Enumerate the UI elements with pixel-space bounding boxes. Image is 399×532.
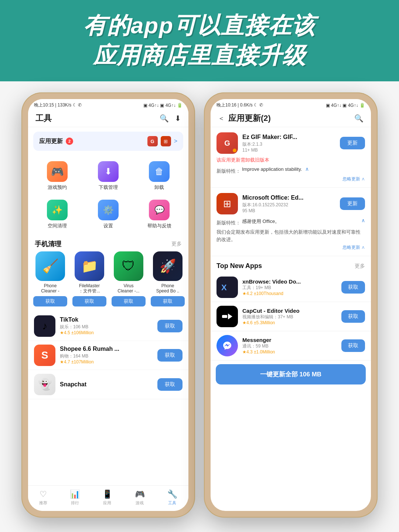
left-bottom-nav: ♡ 推荐 📊 排行 📱 应用 🎮 游戏 🔧 工具: [28, 485, 188, 511]
tool-item-clean[interactable]: ✨ 空间清理: [32, 195, 83, 234]
uninstall-icon: 🗑: [149, 161, 170, 182]
msoffice-row: ⊞ Microsoft Office: Ed... 版本:16.0.15225.…: [216, 193, 365, 214]
right-status-signal: ▣ 4G↑↓ ▣ 4G↑↓ 🔋: [326, 103, 365, 108]
games-label: 游戏: [136, 500, 144, 506]
left-status-signal: ▣ 4G↑↓ ▣ 4G↑↓ 🔋: [143, 103, 183, 108]
phone-speed-get-btn[interactable]: 获取: [151, 296, 185, 306]
shopee-get-btn[interactable]: 获取: [157, 349, 183, 362]
tool-label-help: 帮助与反馈: [147, 223, 171, 229]
new-app-capcut: CapCut - Editor Video 视频播放和编辑：37+ MB ★4.…: [211, 302, 371, 331]
nav-item-rank[interactable]: 📊 排行: [70, 489, 80, 506]
virus-cleaner-name: VirusCleaner -...: [117, 283, 139, 294]
left-nav-title: 工具: [35, 113, 52, 124]
snapchat-info: Snapchat: [60, 381, 153, 388]
ezgif-version: 版本:2.1.3: [242, 141, 335, 148]
nav-item-tools[interactable]: 🔧 工具: [167, 489, 177, 506]
msoffice-update-btn[interactable]: 更新: [340, 197, 365, 210]
update-app-icon-1: G: [147, 136, 158, 146]
ezgif-name: Ez GIF Maker: GIF...: [242, 134, 335, 140]
phone-speed-name: PhoneSpeed Bo ..: [156, 283, 180, 294]
update-banner-right: G ⊞ >: [147, 136, 177, 146]
ezgif-update-btn[interactable]: 更新: [340, 137, 365, 149]
top-new-title: Top New Apps: [216, 262, 262, 270]
nav-item-games[interactable]: 🎮 游戏: [135, 489, 145, 506]
phone-cleaner-section-header: 手机清理 更多: [28, 236, 188, 251]
top-new-more[interactable]: 更多: [355, 263, 365, 270]
messenger-icon: [216, 335, 238, 356]
list-item-snapchat: 👻 Snapchat 获取: [28, 370, 188, 399]
back-icon[interactable]: ＜: [218, 114, 225, 123]
tool-item-settings[interactable]: ⚙️ 设置: [83, 195, 134, 234]
snapchat-get-btn[interactable]: 获取: [157, 378, 183, 391]
msoffice-collapse-btn[interactable]: 忽略更新 ∧: [216, 244, 365, 251]
filemaster-get-btn[interactable]: 获取: [72, 296, 106, 306]
right-screen-content: G Ez GIF Maker: GIF... 版本:2.1.3 11+ MB 更…: [211, 127, 371, 511]
left-search-icon[interactable]: 🔍: [160, 114, 169, 123]
tiktok-icon: ♪: [34, 315, 55, 337]
capcut-get-btn[interactable]: 获取: [341, 310, 365, 323]
phone-speed-icon: 🚀: [153, 251, 183, 281]
update-more-arrow[interactable]: >: [174, 138, 177, 145]
ezgif-row: G Ez GIF Maker: GIF... 版本:2.1.3 11+ MB 更…: [216, 132, 365, 154]
xnbrowse-get-btn[interactable]: 获取: [341, 281, 365, 294]
phone-cleaner-get-btn[interactable]: 获取: [33, 296, 67, 306]
snapchat-icon: 👻: [34, 374, 55, 395]
left-phone-screen: 晚上10:15 | 133K/s ☾ ✆ ▣ 4G↑↓ ▣ 4G↑↓ 🔋 工具 …: [28, 99, 188, 511]
ezgif-features-right: Improve application stability. ∧: [242, 166, 365, 172]
shopee-name: Shopee 6.6 Rumah ...: [60, 346, 153, 352]
msoffice-info: Microsoft Office: Ed... 版本:16.0.15225.20…: [242, 194, 335, 213]
nav-item-recommend[interactable]: ♡ 推荐: [39, 489, 47, 506]
shopee-category: 购物：164 MB: [60, 353, 153, 359]
messenger-cat: 通讯：59 MB: [242, 343, 337, 349]
msoffice-version: 版本:16.0.15225.20232: [242, 202, 335, 208]
phone-cleaner-more[interactable]: 更多: [171, 241, 182, 247]
filemaster-icon: 📁: [75, 251, 104, 281]
tiktok-category: 娱乐：106 MB: [60, 324, 153, 330]
xnbrowse-rating: ★4.2 ±100Thousand: [242, 291, 337, 296]
new-app-messenger: Messenger 通讯：59 MB ★4.3 ±1.0Million 获取: [211, 331, 371, 360]
tiktok-rating: ★4.5 ±106Million: [60, 330, 153, 335]
clean-icon: ✨: [47, 200, 68, 220]
tool-item-help[interactable]: 💬 帮助与反馈: [134, 195, 185, 234]
virus-cleaner-get-btn[interactable]: 获取: [112, 296, 146, 306]
nav-item-apps[interactable]: 📱 应用: [102, 489, 112, 506]
right-phone-frame: 晚上10:16 | 0.6K/s ☾ ✆ ▣ 4G↑↓ ▣ 4G↑↓ 🔋 ＜ 应…: [204, 92, 378, 518]
update-banner-left: 应用更新 2: [39, 138, 73, 145]
right-status-bar: 晚上10:16 | 0.6K/s ☾ ✆ ▣ 4G↑↓ ▣ 4G↑↓ 🔋: [211, 99, 371, 110]
capcut-rating: ★4.6 ±5.3Million: [242, 320, 337, 325]
tool-item-game[interactable]: 🎮 游戏预约: [32, 157, 83, 195]
tiktok-get-btn[interactable]: 获取: [157, 320, 183, 332]
xnbrowse-cat: 工具：19+ MB: [242, 285, 337, 291]
update-all-btn[interactable]: 一键更新全部 106 MB: [216, 364, 366, 384]
msoffice-expand-icon: ∧: [361, 217, 365, 223]
phones-container: 晚上10:15 | 133K/s ☾ ✆ ▣ 4G↑↓ ▣ 4G↑↓ 🔋 工具 …: [0, 81, 399, 532]
left-status-time: 晚上10:15 | 133K/s ☾ ✆: [34, 102, 82, 108]
ezgif-collapse-btn[interactable]: 忽略更新 ∧: [216, 176, 365, 182]
xnbrowse-name: xnBrowse: Video Do...: [242, 278, 337, 285]
messenger-rating: ★4.3 ±1.0Million: [242, 349, 337, 355]
capcut-icon: [216, 306, 238, 327]
left-screen-content: 应用更新 2 G ⊞ > 🎮 游戏预约: [28, 127, 188, 485]
shopee-rating: ★4.7 ±107Million: [60, 359, 153, 365]
ezgif-features-text: Improve application stability.: [242, 166, 302, 172]
msoffice-name: Microsoft Office: Ed...: [242, 194, 335, 201]
virus-cleaner-icon: 🛡: [114, 251, 143, 281]
msoffice-icon: ⊞: [216, 193, 238, 214]
right-search-icon[interactable]: 🔍: [354, 114, 364, 123]
msoffice-extra-text: 我们会定期发布应用更新，包括强大的新增功能以及对速度和可靠性的改进。: [216, 228, 365, 243]
messenger-get-btn[interactable]: 获取: [341, 339, 365, 352]
left-download-icon[interactable]: ⬇: [175, 114, 181, 123]
phone-cleaner-name: PhoneCleaner -: [41, 283, 59, 294]
msoffice-size: 95 MB: [242, 208, 335, 213]
right-nav-bar: ＜ 应用更新(2) 🔍: [211, 110, 371, 127]
right-nav-left: ＜ 应用更新(2): [218, 113, 271, 124]
rank-label: 排行: [71, 500, 79, 506]
tool-item-download[interactable]: ⬇ 下载管理: [83, 157, 134, 195]
filemaster-name: FileMaster：文件管...: [79, 283, 100, 294]
shopee-icon: S: [34, 345, 55, 366]
left-nav-icons: 🔍 ⬇: [160, 114, 181, 123]
update-banner[interactable]: 应用更新 2 G ⊞ >: [33, 132, 183, 151]
tool-item-uninstall[interactable]: 🗑 卸载: [134, 157, 185, 195]
app-card-phone-speed: 🚀 PhoneSpeed Bo .. 获取: [151, 251, 185, 306]
tool-label-game: 游戏预约: [48, 184, 67, 191]
